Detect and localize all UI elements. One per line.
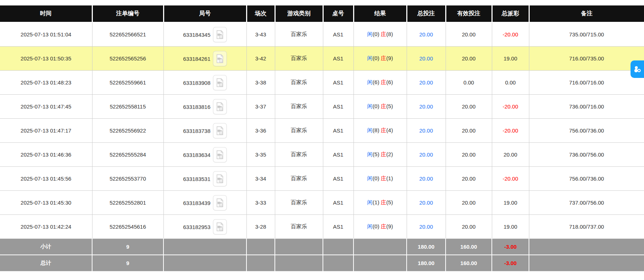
cell-time: 2025-07-13 01:46:36 xyxy=(0,143,92,167)
table-row[interactable]: 2025-07-13 01:45:56522652553770633183531… xyxy=(0,167,644,191)
cell-time: 2025-07-13 01:45:30 xyxy=(0,191,92,215)
banker-label: 庄 xyxy=(381,103,386,109)
video-replay-button[interactable] xyxy=(213,123,227,138)
cell-result: 闲(0) 庄(8) xyxy=(353,22,407,47)
cell-bet-id: 522652566521 xyxy=(92,22,163,47)
cell-game: 百家乐 xyxy=(275,119,323,143)
cell-round: 633183908 xyxy=(163,71,246,95)
video-file-icon xyxy=(215,102,225,112)
cell-round: 633182953 xyxy=(163,215,246,239)
cell-time: 2025-07-13 01:50:35 xyxy=(0,47,92,71)
summary-valid-bet: 160.00 xyxy=(446,239,492,255)
cell-total-bet: 20.00 xyxy=(407,143,446,167)
summary-payout: -3.00 xyxy=(492,255,529,271)
summary-row: 总计9180.00160.00-3.00 xyxy=(0,255,644,271)
cell-time: 2025-07-13 01:48:23 xyxy=(0,71,92,95)
cell-note: 736.00/756.00 xyxy=(529,143,644,167)
player-score: (5) xyxy=(373,151,381,157)
cell-table-no: AS1 xyxy=(323,71,353,95)
cell-game: 百家乐 xyxy=(275,71,323,95)
cell-valid-bet: 20.00 xyxy=(446,167,492,191)
header-cell-table-no: 桌号 xyxy=(323,5,353,22)
player-label: 闲 xyxy=(367,55,373,61)
cell-time: 2025-07-13 01:51:04 xyxy=(0,22,92,47)
cell-table-no: AS1 xyxy=(323,215,353,239)
video-replay-button[interactable] xyxy=(213,219,227,234)
cell-table-no: AS1 xyxy=(323,191,353,215)
summary-empty-session xyxy=(246,255,275,271)
video-replay-button[interactable] xyxy=(213,75,227,90)
header-cell-valid-bet: 有效投注 xyxy=(446,5,492,22)
cell-game: 百家乐 xyxy=(275,167,323,191)
round-number: 633184345 xyxy=(183,31,210,38)
round-number: 633183531 xyxy=(183,176,210,182)
table-row[interactable]: 2025-07-13 01:51:04522652566521633184345… xyxy=(0,22,644,47)
table-row[interactable]: 2025-07-13 01:48:23522652559661633183908… xyxy=(0,71,644,95)
video-replay-button[interactable] xyxy=(213,171,227,186)
banker-label: 庄 xyxy=(381,31,386,37)
cell-payout: 19.00 xyxy=(492,47,529,71)
cell-bet-id: 522652545616 xyxy=(92,215,163,239)
cell-payout: 19.00 xyxy=(492,215,529,239)
table-row[interactable]: 2025-07-13 01:47:17522652556922633183738… xyxy=(0,119,644,143)
cell-game: 百家乐 xyxy=(275,22,323,47)
table-row[interactable]: 2025-07-13 01:42:24522652545616633182953… xyxy=(0,215,644,239)
cell-table-no: AS1 xyxy=(323,95,353,119)
table-row[interactable]: 2025-07-13 01:47:45522652558115633183816… xyxy=(0,95,644,119)
cell-session: 3-38 xyxy=(246,71,275,95)
summary-empty-game xyxy=(275,255,323,271)
cell-result: 闲(0) 庄(9) xyxy=(353,47,407,71)
bet-records-table: 时间注单编号局号场次游戏类别桌号结果总投注有效投注总派彩备注 2025-07-1… xyxy=(0,5,644,271)
header-cell-round: 局号 xyxy=(163,5,246,22)
table-row[interactable]: 2025-07-13 01:45:30522652552801633183439… xyxy=(0,191,644,215)
cell-payout: -20.00 xyxy=(492,119,529,143)
video-replay-button[interactable] xyxy=(213,51,227,66)
video-file-icon xyxy=(215,54,225,64)
cell-session: 3-36 xyxy=(246,119,275,143)
cell-table-no: AS1 xyxy=(323,22,353,47)
cell-game: 百家乐 xyxy=(275,215,323,239)
round-number: 633183816 xyxy=(183,103,210,110)
table-row[interactable]: 2025-07-13 01:46:36522652555284633183634… xyxy=(0,143,644,167)
video-replay-button[interactable] xyxy=(213,27,227,42)
header-cell-session: 场次 xyxy=(246,5,275,22)
cell-valid-bet: 20.00 xyxy=(446,95,492,119)
cell-session: 3-35 xyxy=(246,143,275,167)
player-score: (0) xyxy=(373,223,381,229)
video-replay-button[interactable] xyxy=(213,195,227,210)
cell-result: 闲(6) 庄(6) xyxy=(353,71,407,95)
cell-game: 百家乐 xyxy=(275,143,323,167)
video-file-icon xyxy=(215,126,225,136)
floating-share-button[interactable] xyxy=(631,60,644,78)
cell-time: 2025-07-13 01:42:24 xyxy=(0,215,92,239)
banker-score: (1) xyxy=(386,175,393,181)
cell-note: 736.00/716.00 xyxy=(529,95,644,119)
summary-payout: -3.00 xyxy=(492,239,529,255)
cell-game: 百家乐 xyxy=(275,47,323,71)
cell-table-no: AS1 xyxy=(323,119,353,143)
cell-game: 百家乐 xyxy=(275,95,323,119)
banker-score: (9) xyxy=(386,55,393,61)
cell-round: 633183816 xyxy=(163,95,246,119)
cell-bet-id: 522652552801 xyxy=(92,191,163,215)
cell-bet-id: 522652559661 xyxy=(92,71,163,95)
table-body: 2025-07-13 01:51:04522652566521633184345… xyxy=(0,22,644,239)
video-replay-button[interactable] xyxy=(213,147,227,162)
cell-bet-id: 522652555284 xyxy=(92,143,163,167)
summary-empty-table-no xyxy=(323,255,353,271)
summary-empty-result xyxy=(353,255,407,271)
summary-empty-note xyxy=(529,255,644,271)
table-row[interactable]: 2025-07-13 01:50:35522652565256633184261… xyxy=(0,47,644,71)
cell-payout: 19.00 xyxy=(492,191,529,215)
video-file-icon xyxy=(215,78,225,88)
summary-empty-note xyxy=(529,239,644,255)
cell-bet-id: 522652565256 xyxy=(92,47,163,71)
video-file-icon xyxy=(215,222,225,232)
round-number: 633182953 xyxy=(183,224,210,230)
cell-note: 756.00/736.00 xyxy=(529,119,644,143)
cell-note: 735.00/715.00 xyxy=(529,22,644,47)
cell-valid-bet: 20.00 xyxy=(446,191,492,215)
cell-session: 3-43 xyxy=(246,22,275,47)
cell-note: 737.00/756.00 xyxy=(529,191,644,215)
video-replay-button[interactable] xyxy=(213,99,227,114)
